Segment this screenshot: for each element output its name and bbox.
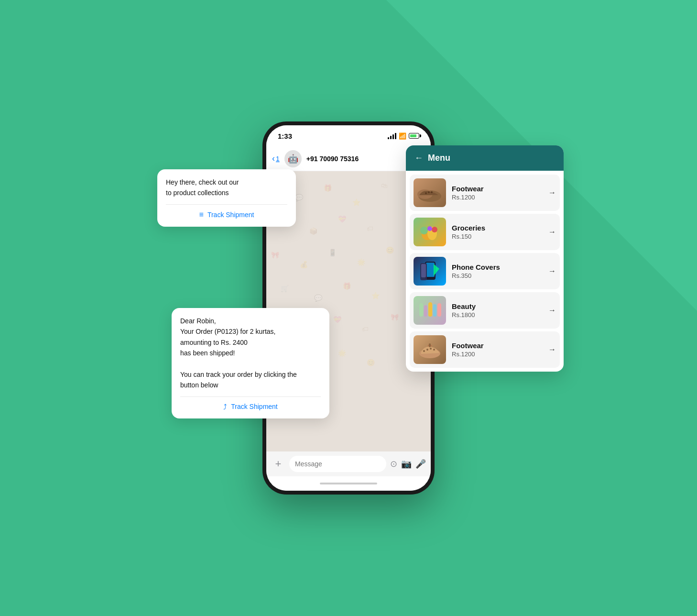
svg-text:🛍: 🛍 bbox=[381, 182, 388, 189]
menu-item-arrow-phone-covers: → bbox=[548, 267, 556, 275]
scene-container: 1:33 📶 ‹ 1 bbox=[143, 74, 554, 542]
menu-item-info-footwear-2: Footwear Rs.1200 bbox=[452, 341, 543, 358]
svg-rect-48 bbox=[429, 343, 431, 347]
svg-point-36 bbox=[427, 226, 432, 231]
contact-name: +91 70090 75316 bbox=[306, 155, 359, 163]
svg-point-50 bbox=[426, 349, 428, 351]
svg-text:💝: 💝 bbox=[333, 316, 342, 324]
menu-item-img-footwear-2 bbox=[414, 335, 446, 364]
menu-item-arrow-groceries: → bbox=[548, 228, 556, 236]
divider-2 bbox=[180, 396, 321, 397]
svg-text:💝: 💝 bbox=[338, 215, 347, 223]
svg-text:🏷: 🏷 bbox=[367, 225, 373, 232]
svg-point-30 bbox=[428, 191, 430, 193]
input-icons: ⊙ 📷 🎤 bbox=[390, 459, 426, 469]
menu-items-list: Footwear Rs.1200 → Grocerie bbox=[406, 171, 564, 372]
menu-item-info-footwear-1: Footwear Rs.1200 bbox=[452, 185, 543, 201]
svg-point-49 bbox=[423, 350, 425, 352]
menu-item-footwear-1[interactable]: Footwear Rs.1200 → bbox=[410, 175, 560, 211]
svg-text:💬: 💬 bbox=[295, 194, 304, 202]
back-count: 1 bbox=[276, 155, 280, 163]
menu-item-info-beauty: Beauty Rs.1800 bbox=[452, 302, 543, 319]
menu-item-price-footwear-2: Rs.1200 bbox=[452, 351, 543, 358]
menu-item-name-footwear-2: Footwear bbox=[452, 341, 543, 350]
svg-rect-38 bbox=[426, 263, 435, 277]
svg-rect-43 bbox=[424, 305, 427, 317]
menu-item-img-beauty bbox=[414, 296, 446, 325]
message-card-2: Dear Robin, Your Order (P0123) for 2 kur… bbox=[172, 308, 329, 418]
status-bar: 1:33 📶 bbox=[266, 125, 431, 146]
back-button[interactable]: ‹ 1 bbox=[272, 154, 280, 164]
svg-text:😊: 😊 bbox=[367, 359, 375, 367]
svg-rect-45 bbox=[433, 304, 436, 317]
mic-icon[interactable]: 🎤 bbox=[415, 459, 426, 469]
menu-item-phone-covers[interactable]: Phone Covers Rs.350 → bbox=[410, 253, 560, 289]
svg-point-52 bbox=[433, 349, 435, 351]
svg-text:⭐: ⭐ bbox=[352, 198, 361, 207]
track-shipment-button-1[interactable]: ≡ Track Shipment bbox=[166, 209, 287, 219]
svg-text:📱: 📱 bbox=[328, 249, 337, 257]
menu-item-img-phone-covers bbox=[414, 257, 446, 286]
svg-text:⭐: ⭐ bbox=[371, 292, 380, 300]
message-card-1: Hey there, check out ourto product colle… bbox=[157, 169, 296, 227]
menu-item-name-footwear-1: Footwear bbox=[452, 185, 543, 193]
menu-header: ← Menu bbox=[406, 145, 564, 171]
chevron-left-icon: ‹ bbox=[272, 154, 275, 164]
menu-title: Menu bbox=[428, 153, 450, 163]
sticker-icon[interactable]: ⊙ bbox=[390, 459, 397, 469]
svg-text:🌟: 🌟 bbox=[357, 258, 366, 266]
menu-item-beauty[interactable]: Beauty Rs.1800 → bbox=[410, 292, 560, 329]
svg-rect-41 bbox=[421, 264, 426, 277]
status-icons: 📶 bbox=[388, 132, 419, 140]
wifi-icon: 📶 bbox=[399, 132, 406, 140]
svg-rect-46 bbox=[437, 303, 441, 317]
add-attachment-button[interactable]: + bbox=[271, 457, 285, 471]
menu-item-price-phone-covers: Rs.350 bbox=[452, 272, 543, 279]
svg-rect-44 bbox=[428, 302, 432, 317]
home-indicator bbox=[266, 476, 431, 491]
svg-text:🛒: 🛒 bbox=[281, 285, 289, 293]
signal-icon bbox=[388, 133, 396, 139]
menu-item-name-phone-covers: Phone Covers bbox=[452, 263, 543, 271]
menu-item-price-beauty: Rs.1800 bbox=[452, 311, 543, 319]
svg-text:🎁: 🎁 bbox=[324, 184, 332, 192]
menu-item-info-phone-covers: Phone Covers Rs.350 bbox=[452, 263, 543, 279]
camera-icon[interactable]: 📷 bbox=[401, 459, 412, 469]
message-1-text: Hey there, check out ourto product colle… bbox=[166, 177, 287, 198]
menu-back-icon[interactable]: ← bbox=[414, 153, 423, 163]
svg-text:🌟: 🌟 bbox=[338, 349, 347, 357]
svg-marker-39 bbox=[434, 264, 439, 276]
menu-item-name-beauty: Beauty bbox=[452, 302, 543, 310]
svg-text:🎁: 🎁 bbox=[343, 282, 351, 290]
menu-item-img-groceries bbox=[414, 218, 446, 246]
menu-item-info-groceries: Groceries Rs.150 bbox=[452, 224, 543, 240]
svg-text:🏷: 🏷 bbox=[362, 325, 369, 333]
menu-item-groceries[interactable]: Groceries Rs.150 → bbox=[410, 214, 560, 250]
external-link-icon: ⤴ bbox=[223, 403, 227, 411]
svg-point-51 bbox=[430, 348, 432, 350]
chat-input-bar: + ⊙ 📷 🎤 bbox=[266, 451, 431, 476]
message-input[interactable] bbox=[289, 456, 386, 472]
status-time: 1:33 bbox=[278, 132, 292, 140]
list-icon: ≡ bbox=[199, 210, 204, 219]
svg-point-31 bbox=[431, 191, 433, 193]
svg-text:💬: 💬 bbox=[314, 294, 323, 302]
track-shipment-button-2[interactable]: ⤴ Track Shipment bbox=[180, 401, 321, 411]
menu-item-name-groceries: Groceries bbox=[452, 224, 543, 232]
menu-item-price-groceries: Rs.150 bbox=[452, 233, 543, 240]
svg-rect-42 bbox=[419, 303, 423, 317]
menu-card: ← Menu Footwear Rs.120 bbox=[406, 145, 564, 372]
menu-item-arrow-beauty: → bbox=[548, 306, 556, 315]
menu-item-arrow-footwear-1: → bbox=[548, 188, 556, 197]
menu-item-arrow-footwear-2: → bbox=[548, 345, 556, 354]
svg-point-35 bbox=[432, 227, 437, 232]
avatar: 🤖 bbox=[284, 150, 302, 167]
svg-text:💰: 💰 bbox=[300, 261, 308, 269]
svg-text:🎀: 🎀 bbox=[271, 251, 280, 259]
message-2-text: Dear Robin, Your Order (P0123) for 2 kur… bbox=[180, 316, 321, 391]
menu-item-img-footwear-1 bbox=[414, 178, 446, 207]
svg-text:😊: 😊 bbox=[386, 246, 394, 254]
menu-item-footwear-2[interactable]: Footwear Rs.1200 → bbox=[410, 331, 560, 368]
home-bar bbox=[320, 483, 377, 484]
svg-text:📦: 📦 bbox=[309, 227, 318, 235]
